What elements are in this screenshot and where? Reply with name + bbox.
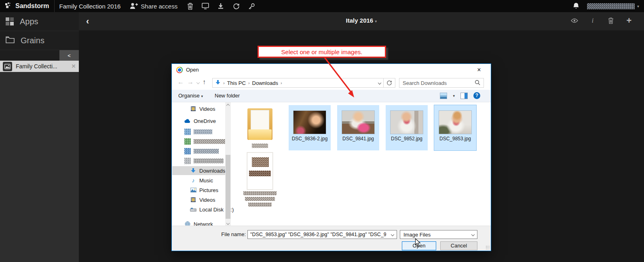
topbar-right: ▾ <box>572 2 639 10</box>
sidebar-item-grains[interactable]: Grains <box>0 31 79 50</box>
music-note-icon: ♪ <box>190 177 196 184</box>
cancel-button[interactable]: Cancel <box>440 241 477 250</box>
thumbnail-view-icon[interactable] <box>440 93 447 99</box>
eye-icon[interactable] <box>571 17 578 24</box>
chevron-down-icon[interactable] <box>389 233 397 236</box>
chevron-down-icon[interactable]: ▾ <box>453 94 455 98</box>
nav-pane-item-blurred-3[interactable] <box>172 147 225 156</box>
screen-share-icon[interactable] <box>202 2 209 10</box>
grain-header: ‹ Italy 2016 ▾ i + <box>79 12 644 30</box>
share-access-button[interactable]: Share access <box>129 2 177 10</box>
file-tile-dsc-9853[interactable]: DSC_9853.jpg <box>434 105 476 150</box>
nav-pane-label: Videos <box>199 197 215 203</box>
grains-label: Grains <box>21 36 44 45</box>
help-icon[interactable]: ? <box>473 92 480 99</box>
nav-up-button[interactable]: ↑ <box>203 78 206 86</box>
restart-icon[interactable] <box>232 2 240 10</box>
sidebar-collapse-button[interactable]: < <box>59 50 79 61</box>
nav-history-caret[interactable] <box>196 81 200 84</box>
breadcrumb-downloads[interactable]: Downloads <box>252 80 278 86</box>
sidebar-item-apps[interactable]: Apps <box>0 12 79 31</box>
api-key-icon[interactable] <box>248 2 255 10</box>
file-tile-folder[interactable] <box>241 105 279 150</box>
topbar: Sandstorm Family Collection 2016 Share a… <box>0 0 644 12</box>
blurred-file-name <box>248 203 272 207</box>
trash-icon[interactable] <box>186 2 194 10</box>
resize-grip[interactable] <box>486 245 490 249</box>
file-tile-blurred-document[interactable] <box>241 152 279 207</box>
sandstorm-home-link[interactable]: Sandstorm <box>5 2 49 11</box>
annotation-callout: Select one or multiple images. <box>258 46 386 58</box>
organise-menu[interactable]: Organise ▾ <box>178 90 203 102</box>
scrollbar-thumb[interactable] <box>226 155 230 219</box>
info-icon[interactable]: i <box>589 17 596 24</box>
add-photos-button[interactable]: + <box>625 17 633 24</box>
nav-pane-item-blurred-1[interactable] <box>172 127 225 136</box>
sidebar-collapse-strip: < <box>0 50 79 61</box>
nav-pane-item-local-disk[interactable]: Local Disk (C:) <box>172 205 225 214</box>
nav-back-button[interactable]: ← <box>177 78 184 86</box>
new-folder-button[interactable]: New folder <box>215 90 240 102</box>
address-bar[interactable]: › This PC › Downloads › <box>212 78 384 88</box>
account-name-blurred <box>587 3 635 9</box>
nav-forward-button[interactable]: → <box>187 78 194 86</box>
film-icon <box>190 106 196 112</box>
file-name-label: DSC_9853.jpg <box>434 136 476 142</box>
scroll-up-icon[interactable] <box>225 102 231 109</box>
nav-pane-label: Pictures <box>199 187 218 193</box>
nav-pane-item-onedrive[interactable]: OneDrive <box>172 116 225 125</box>
dialog-body: Videos OneDrive <box>172 102 491 226</box>
nav-pane-item-blurred-4[interactable] <box>172 156 225 165</box>
download-arrow-icon <box>190 167 196 174</box>
account-menu[interactable]: ▾ <box>587 3 639 9</box>
brand-label: Sandstorm <box>15 2 49 10</box>
album-title-dropdown[interactable]: Italy 2016 ▾ <box>79 17 644 24</box>
close-icon[interactable]: × <box>72 62 76 70</box>
address-dropdown-caret[interactable] <box>378 81 381 85</box>
file-name-field-label: File name: <box>196 230 246 239</box>
nav-pane-item-videos[interactable]: Videos <box>172 104 225 113</box>
toolbar-view-controls: ▾ ? <box>440 92 480 99</box>
album-title: Italy 2016 <box>346 17 374 24</box>
file-tile-dsc-9841[interactable]: DSC_9841.jpg <box>337 105 379 150</box>
close-icon[interactable]: × <box>474 66 484 74</box>
search-input[interactable] <box>403 80 475 86</box>
file-type-select[interactable]: Image Files <box>400 230 477 239</box>
nav-pane-item-music[interactable]: ♪ Music <box>172 176 225 185</box>
nav-pane-label: Downloads <box>199 168 225 174</box>
preview-pane-icon[interactable] <box>460 93 468 99</box>
picture-icon <box>190 187 196 193</box>
sidebar-empty-area <box>0 72 79 262</box>
blurred-icon <box>184 158 191 164</box>
breadcrumb-this-pc[interactable]: This PC <box>227 80 246 86</box>
notifications-bell-icon[interactable] <box>572 2 580 10</box>
chevron-down-icon: ▾ <box>201 94 203 98</box>
nav-pane-label: OneDrive <box>194 118 216 124</box>
topbar-grain-actions <box>186 2 255 10</box>
film-icon <box>190 196 196 203</box>
open-file-dialog: Open × ← → ↑ › This PC › Downloads › <box>171 63 491 251</box>
chevron-down-icon: ▾ <box>637 4 639 8</box>
sidebar-item-family-collection[interactable]: Family Collecti... × <box>0 61 79 72</box>
refresh-button[interactable] <box>383 78 395 88</box>
nav-pane-scrollbar[interactable] <box>225 102 231 226</box>
download-backup-icon[interactable] <box>217 2 224 10</box>
nav-pane-item-downloads[interactable]: Downloads <box>172 166 225 175</box>
sidebar: Apps Grains < Family Collecti... × <box>0 12 79 262</box>
chevron-down-icon: ▾ <box>375 19 377 23</box>
hard-disk-icon <box>190 206 196 213</box>
file-tile-dsc-9852[interactable]: DSC_9852.jpg <box>386 105 428 150</box>
nav-pane-item-videos-2[interactable]: Videos <box>172 195 225 204</box>
nav-pane-item-blurred-2[interactable] <box>172 137 225 146</box>
blurred-file-name <box>245 197 275 201</box>
blurred-icon <box>184 148 191 154</box>
nav-pane-label: Videos <box>199 106 215 112</box>
photo-thumbnail <box>439 111 471 134</box>
file-name-input[interactable] <box>248 232 389 237</box>
dialog-titlebar[interactable]: Open × <box>172 64 491 76</box>
nav-pane-item-pictures[interactable]: Pictures <box>172 186 225 194</box>
file-tile-dsc-9836-2[interactable]: DSC_9836-2.jpg <box>289 105 331 150</box>
trash-icon[interactable] <box>607 17 614 24</box>
annotation-text: Select one or multiple images. <box>281 49 363 55</box>
open-button[interactable]: Open <box>402 241 436 250</box>
